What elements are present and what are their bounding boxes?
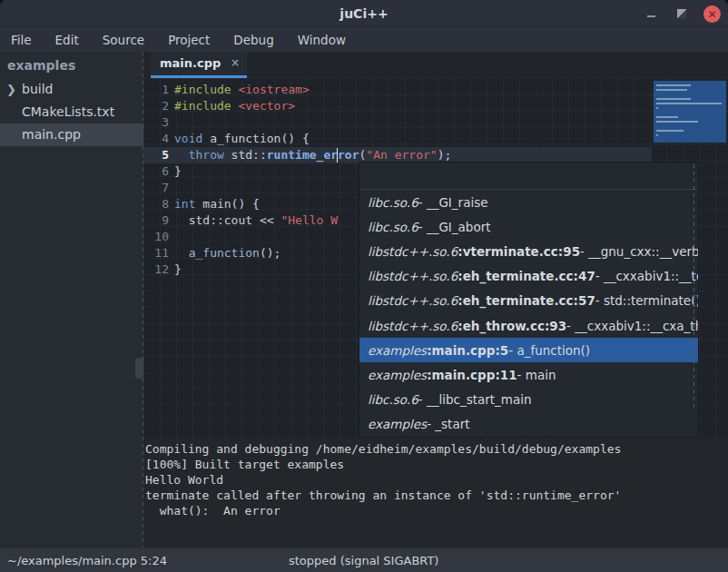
title-bar[interactable]: juCi++ ✕ xyxy=(0,0,728,27)
backtrace-item[interactable]: libstdc++.so.6:vterminate.cc:95 - __gnu_… xyxy=(359,239,698,263)
line-number: 10 xyxy=(143,229,169,245)
line-number: 6 xyxy=(143,163,169,180)
menu-item-edit[interactable]: Edit xyxy=(55,33,79,47)
restore-button[interactable] xyxy=(674,5,690,22)
sidebar-item-cmakelists-txt[interactable]: CMakeLists.txt xyxy=(0,101,143,123)
line-number-gutter: 123456789101112 xyxy=(143,82,169,278)
code-line: #include <vector> xyxy=(174,98,451,114)
line-number: 3 xyxy=(143,114,169,131)
backtrace-item[interactable]: examples:main.cpp:5 - a_function() xyxy=(359,338,698,362)
line-number: 5 xyxy=(143,147,169,163)
minimap-code-line xyxy=(656,84,691,86)
code-line xyxy=(174,114,451,131)
line-number: 2 xyxy=(143,98,169,114)
sidebar-item-main-cpp[interactable]: main.cpp xyxy=(0,123,143,146)
status-debug-state: stopped (signal SIGABRT) xyxy=(289,554,438,567)
juci-window: juCi++ ✕ FileEditSourceProjectDebugWindo… xyxy=(0,0,728,572)
menu-bar: FileEditSourceProjectDebugWindow xyxy=(0,27,728,52)
backtrace-item[interactable]: libc.so.6 - __GI_abort xyxy=(359,214,698,239)
tab-label: main.cpp xyxy=(160,56,231,70)
backtrace-list: libc.so.6 - __GI_raiselibc.so.6 - __GI_a… xyxy=(359,190,698,437)
minimap-code-line xyxy=(656,103,722,104)
minimap-code-line xyxy=(656,98,691,100)
minimize-icon xyxy=(647,15,655,17)
terminal-line: terminate called after throwing an insta… xyxy=(145,488,728,503)
terminal-line: Hello World xyxy=(145,472,728,488)
status-bar: ~/examples/main.cpp 5:24 stopped (signal… xyxy=(0,547,728,572)
terminal-output[interactable]: Compiling and debugging /home/eidheim/ex… xyxy=(143,439,728,547)
line-number: 1 xyxy=(143,82,169,98)
menu-item-debug[interactable]: Debug xyxy=(233,33,273,47)
minimap[interactable] xyxy=(654,81,726,143)
menu-item-window[interactable]: Window xyxy=(298,33,346,47)
file-label: build xyxy=(22,82,53,96)
project-name-header: examples xyxy=(0,52,143,78)
file-label: CMakeLists.txt xyxy=(22,104,114,119)
minimap-code-line xyxy=(656,121,698,123)
backtrace-popup: libc.so.6 - __GI_raiselibc.so.6 - __GI_a… xyxy=(359,162,699,438)
terminal-line: what(): An error xyxy=(145,503,728,518)
backtrace-item[interactable]: libstdc++.so.6:eh_throw.cc:93 - __cxxabi… xyxy=(359,313,698,338)
minimap-code-line xyxy=(656,89,687,91)
terminal-line: Compiling and debugging /home/eidheim/ex… xyxy=(145,441,728,457)
tab-close-icon[interactable]: × xyxy=(231,56,240,69)
sidebar-item-build[interactable]: ❯build xyxy=(0,78,143,101)
minimap-code-line xyxy=(656,116,678,118)
backtrace-item[interactable]: libc.so.6 - __libc_start_main xyxy=(359,388,698,412)
menu-item-source[interactable]: Source xyxy=(103,33,144,47)
status-file-position: ~/examples/main.cpp 5:24 xyxy=(7,554,167,567)
backtrace-filter-input[interactable] xyxy=(359,163,698,190)
close-button[interactable]: ✕ xyxy=(703,5,721,23)
file-tree-sidebar: examples ❯buildCMakeLists.txtmain.cpp xyxy=(0,52,143,547)
backtrace-item[interactable]: libstdc++.so.6:eh_terminate.cc:57 - std:… xyxy=(359,289,698,313)
file-label: main.cpp xyxy=(22,127,81,142)
terminal-line: [100%] Built target examples xyxy=(145,457,728,472)
minimap-code-line xyxy=(656,130,684,132)
menu-item-file[interactable]: File xyxy=(11,33,32,47)
backtrace-item[interactable]: libstdc++.so.6:eh_terminate.cc:47 - __cx… xyxy=(359,264,698,289)
line-number: 12 xyxy=(143,261,169,278)
line-number: 4 xyxy=(143,131,169,147)
line-number: 7 xyxy=(143,180,169,196)
close-icon: ✕ xyxy=(707,6,716,23)
window-title: juCi++ xyxy=(0,0,728,27)
code-line: #include <iostream> xyxy=(174,82,451,98)
code-line: void a_function() { xyxy=(174,131,451,147)
tab-main-cpp[interactable]: main.cpp × xyxy=(151,52,247,78)
backtrace-item[interactable]: examples - _start xyxy=(359,412,698,437)
restore-icon xyxy=(677,9,686,18)
line-number: 9 xyxy=(143,212,169,229)
popup-scrollbar[interactable] xyxy=(694,164,694,408)
minimap-code-line xyxy=(656,134,658,136)
tab-bar: main.cpp × xyxy=(143,52,728,78)
backtrace-item[interactable]: examples:main.cpp:11 - main xyxy=(359,362,698,387)
line-number: 8 xyxy=(143,196,169,212)
menu-item-project[interactable]: Project xyxy=(168,33,210,47)
chevron-right-icon[interactable]: ❯ xyxy=(6,78,16,101)
text-cursor xyxy=(337,148,338,163)
backtrace-item[interactable]: libc.so.6 - __GI_raise xyxy=(359,190,698,214)
minimap-code-line xyxy=(656,107,658,109)
minimize-button[interactable] xyxy=(643,5,659,22)
line-number: 11 xyxy=(143,245,169,261)
